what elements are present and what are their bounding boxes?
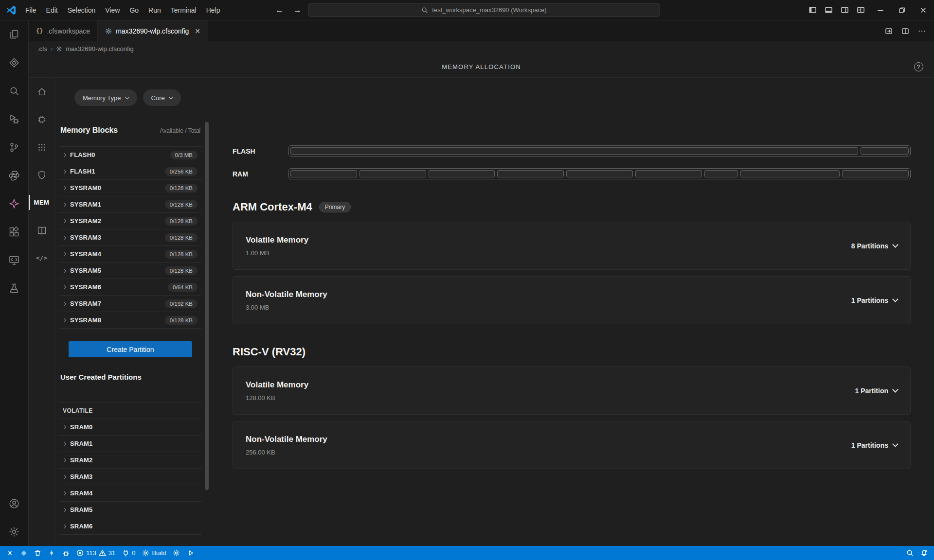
search-icon[interactable] bbox=[0, 77, 28, 105]
menu-edit[interactable]: Edit bbox=[41, 3, 63, 17]
flash-bar-label: FLASH bbox=[233, 147, 288, 155]
back-arrow-icon[interactable]: ← bbox=[275, 5, 284, 15]
source-control-icon[interactable] bbox=[0, 133, 28, 161]
zoom-item[interactable] bbox=[903, 546, 917, 560]
toggle-primary-sidebar-icon[interactable] bbox=[808, 6, 817, 14]
memory-block-row[interactable]: SYSRAM5 0/128 KB bbox=[59, 262, 201, 279]
problems-item[interactable]: 113 31 bbox=[73, 546, 119, 560]
ports-item[interactable]: 0 bbox=[119, 546, 139, 560]
breadcrumb-file[interactable]: max32690-wlp.cfsconfig bbox=[66, 45, 133, 52]
user-partition-row[interactable]: SRAM4 bbox=[59, 485, 201, 502]
customize-layout-icon[interactable] bbox=[857, 6, 865, 14]
user-partition-row[interactable]: SRAM1 bbox=[59, 436, 201, 452]
nav-home-icon[interactable] bbox=[29, 78, 54, 105]
memory-block-availability: 0/3 MB bbox=[170, 151, 198, 159]
partitions-toggle[interactable]: 1 Partitions bbox=[851, 441, 898, 449]
user-partition-row[interactable]: SRAM0 bbox=[59, 419, 201, 436]
tab-bar: {} .cfsworkspace max32690-wlp.cfsconfig … bbox=[29, 20, 934, 41]
memory-bar-segment bbox=[429, 170, 495, 177]
memory-block-name: SYSRAM7 bbox=[70, 300, 101, 307]
remote-indicator[interactable] bbox=[3, 546, 17, 560]
build-item[interactable]: Build bbox=[139, 546, 169, 560]
menu-file[interactable]: File bbox=[20, 3, 41, 17]
memory-block-availability: 0/128 KB bbox=[165, 266, 198, 275]
memory-type-filter[interactable]: Memory Type bbox=[74, 89, 137, 106]
user-partition-row[interactable]: SRAM6 bbox=[59, 518, 201, 535]
partitions-toggle[interactable]: 1 Partitions bbox=[851, 297, 898, 304]
build-settings-item[interactable] bbox=[169, 546, 183, 560]
partitions-toggle[interactable]: 8 Partitions bbox=[851, 242, 898, 250]
close-icon[interactable] bbox=[913, 0, 934, 20]
menu-run[interactable]: Run bbox=[144, 3, 166, 17]
testing-flask-icon[interactable] bbox=[0, 274, 28, 302]
toggle-secondary-sidebar-icon[interactable] bbox=[841, 6, 849, 14]
split-editor-icon[interactable] bbox=[901, 27, 909, 35]
nav-generate-code-icon[interactable]: </> bbox=[29, 244, 54, 272]
menu-selection[interactable]: Selection bbox=[63, 3, 101, 17]
more-actions-icon[interactable]: ⋯ bbox=[918, 26, 926, 35]
minimize-icon[interactable] bbox=[870, 0, 891, 20]
cfs-tools-icon[interactable] bbox=[0, 190, 28, 218]
partitions-toggle[interactable]: 1 Partition bbox=[855, 387, 898, 395]
user-partition-row[interactable]: SRAM2 bbox=[59, 452, 201, 469]
nav-registers-icon[interactable] bbox=[29, 216, 54, 244]
notifications-item[interactable] bbox=[917, 546, 931, 560]
menu-go[interactable]: Go bbox=[125, 3, 144, 17]
user-partition-row[interactable]: SRAM5 bbox=[59, 502, 201, 518]
memory-block-row[interactable]: SYSRAM7 0/192 KB bbox=[59, 296, 201, 312]
chevron-right-icon bbox=[62, 474, 66, 478]
nav-peripherals-icon[interactable] bbox=[29, 105, 54, 133]
user-partition-row[interactable]: SRAM3 bbox=[59, 469, 201, 485]
explorer-icon[interactable] bbox=[0, 20, 28, 49]
user-partition-name: SRAM3 bbox=[70, 473, 93, 480]
memory-block-row[interactable]: SYSRAM2 0/128 KB bbox=[59, 213, 201, 229]
settings-gear-icon[interactable] bbox=[0, 518, 28, 546]
menu-help[interactable]: Help bbox=[201, 3, 225, 17]
nav-security-icon[interactable] bbox=[29, 161, 54, 189]
memory-block-row[interactable]: SYSRAM4 0/128 KB bbox=[59, 246, 201, 262]
flash-device-item[interactable] bbox=[45, 546, 59, 560]
menu-terminal[interactable]: Terminal bbox=[166, 3, 201, 17]
help-icon[interactable]: ? bbox=[914, 62, 923, 71]
core-filter[interactable]: Core bbox=[143, 89, 181, 106]
forward-arrow-icon[interactable]: → bbox=[293, 5, 302, 15]
nav-memory-item[interactable]: MEM bbox=[29, 189, 54, 216]
menu-view[interactable]: View bbox=[100, 3, 125, 17]
bell-icon bbox=[920, 549, 928, 557]
extensions-icon[interactable] bbox=[0, 218, 28, 246]
memory-bar-segment bbox=[740, 170, 840, 177]
python-icon[interactable] bbox=[0, 161, 28, 190]
status-bar-right bbox=[903, 546, 931, 560]
tab-close-icon[interactable]: ✕ bbox=[195, 27, 200, 35]
memory-block-row[interactable]: FLASH0 0/3 MB bbox=[59, 147, 201, 163]
erase-flash-item[interactable] bbox=[31, 546, 45, 560]
debug-item[interactable] bbox=[59, 546, 73, 560]
breadcrumb-folder[interactable]: .cfs bbox=[37, 45, 47, 52]
toggle-panel-icon[interactable] bbox=[825, 6, 833, 14]
run-item[interactable] bbox=[183, 546, 198, 560]
command-center[interactable]: test_workspace_max32690 (Workspace) bbox=[308, 3, 660, 17]
nav-pin-config-icon[interactable] bbox=[29, 133, 54, 161]
memory-bar-segment bbox=[359, 170, 426, 177]
memory-block-row[interactable]: FLASH1 0/256 KB bbox=[59, 163, 201, 180]
memory-blocks-panel: Memory Blocks Available / Total FLASH0 bbox=[59, 122, 201, 535]
tab-cfsworkspace[interactable]: {} .cfsworkspace bbox=[29, 20, 98, 41]
magnifier-icon bbox=[906, 549, 914, 557]
tab-cfsconfig[interactable]: max32690-wlp.cfsconfig ✕ bbox=[98, 20, 208, 41]
history-navigation: ← → bbox=[275, 0, 302, 20]
create-partition-button[interactable]: Create Partition bbox=[69, 341, 192, 357]
restore-icon[interactable] bbox=[891, 0, 913, 20]
memory-block-name: SYSRAM0 bbox=[70, 184, 101, 192]
cfs-status-item[interactable] bbox=[17, 546, 31, 560]
memory-block-row[interactable]: SYSRAM3 0/128 KB bbox=[59, 229, 201, 246]
open-to-side-icon[interactable] bbox=[885, 27, 893, 35]
remote-explorer-icon[interactable] bbox=[0, 246, 28, 274]
memory-block-row[interactable]: SYSRAM0 0/128 KB bbox=[59, 180, 201, 196]
memory-block-row[interactable]: SYSRAM6 0/64 KB bbox=[59, 279, 201, 296]
memory-block-row[interactable]: SYSRAM1 0/128 KB bbox=[59, 196, 201, 213]
cfs-workspace-icon[interactable] bbox=[0, 49, 28, 77]
panel-scrollbar[interactable] bbox=[205, 122, 209, 490]
memory-block-row[interactable]: SYSRAM8 0/128 KB bbox=[59, 312, 201, 329]
account-icon[interactable] bbox=[0, 490, 28, 518]
run-debug-icon[interactable] bbox=[0, 105, 28, 133]
